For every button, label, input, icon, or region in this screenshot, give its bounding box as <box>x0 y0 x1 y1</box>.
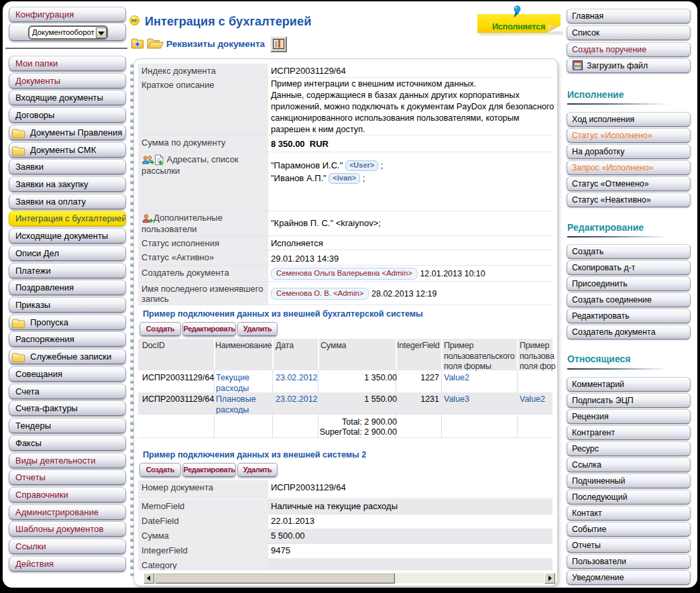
svg-text:Исполняется: Исполняется <box>492 21 545 32</box>
